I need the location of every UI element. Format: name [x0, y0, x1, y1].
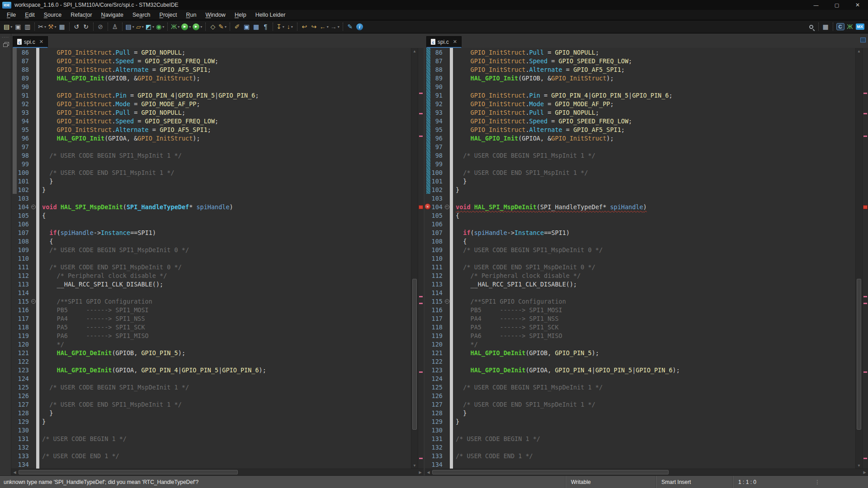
gutter-annotation[interactable]	[11, 288, 17, 297]
menu-source[interactable]: Source	[39, 11, 66, 19]
code-text[interactable]: */	[453, 341, 478, 348]
code-text[interactable]: __HAL_RCC_SPI1_CLK_DISABLE();	[39, 281, 163, 288]
minimized-view-strip[interactable]: ····	[0, 33, 11, 475]
code-text[interactable]: /* USER CODE END SPI1_MspDeInit 0 */	[39, 263, 182, 271]
toolbar-open-perspective-button[interactable]: ▦	[821, 21, 830, 32]
gutter-annotation[interactable]	[11, 331, 17, 340]
gutter-annotation[interactable]	[11, 134, 17, 142]
code-text[interactable]: /* USER CODE END SPI1_MspInit 1 */	[453, 169, 588, 176]
gutter-annotation[interactable]	[11, 314, 17, 323]
gutter-annotation[interactable]	[11, 202, 17, 211]
gutter-annotation[interactable]	[11, 408, 17, 417]
gutter-annotation[interactable]	[11, 82, 17, 91]
gutter-annotation[interactable]	[11, 254, 17, 263]
toolbar-forward-redo-button[interactable]: ↪	[309, 21, 319, 32]
code-text[interactable]: /* USER CODE END 1 */	[453, 452, 533, 460]
gutter-annotation[interactable]	[425, 151, 430, 160]
gutter-annotation[interactable]	[11, 228, 17, 237]
gutter-annotation[interactable]	[11, 305, 17, 314]
occurrence-marker[interactable]	[863, 113, 867, 114]
gutter-annotation[interactable]	[425, 288, 430, 297]
code-text[interactable]: /**SPI1 GPIO Configuration	[39, 298, 152, 305]
code-text[interactable]: GPIO_InitStruct.Alternate = GPIO_AF5_SPI…	[39, 126, 211, 133]
fold-collapse-icon[interactable]: −	[445, 205, 449, 209]
gutter-annotation[interactable]	[11, 374, 17, 383]
toolbar-compare-pages-button[interactable]: ▣	[242, 21, 251, 32]
toolbar-back-history-button[interactable]: ←▾	[319, 21, 330, 32]
code-text[interactable]: {	[453, 238, 467, 245]
gutter-annotation[interactable]	[11, 391, 17, 400]
vertical-scrollbar[interactable]: ▲▼	[411, 48, 418, 469]
gutter-annotation[interactable]	[11, 211, 17, 220]
minimize-button[interactable]: —	[806, 0, 826, 10]
toolbar-save-all-button[interactable]: ▥	[23, 21, 32, 32]
gutter-annotation[interactable]	[425, 400, 430, 408]
code-text[interactable]: }	[453, 178, 467, 185]
code-text[interactable]: HAL_GPIO_Init(GPIOB, &GPIO_InitStruct);	[39, 75, 200, 82]
gutter-annotation[interactable]	[425, 263, 430, 271]
gutter-annotation[interactable]	[425, 117, 430, 125]
menu-hello-leider[interactable]: Hello Leider	[251, 11, 290, 19]
scroll-up-icon[interactable]: ▲	[411, 48, 418, 54]
code-text[interactable]: GPIO_InitStruct.Speed = GPIO_SPEED_FREQ_…	[453, 57, 632, 65]
gutter-annotation[interactable]	[425, 65, 430, 74]
gutter-annotation[interactable]	[11, 142, 17, 151]
code-text[interactable]: GPIO_InitStruct.Mode = GPIO_MODE_AF_PP;	[453, 100, 614, 108]
code-text[interactable]: PB5 ------> SPI1_MOSI	[453, 306, 562, 314]
gutter-annotation[interactable]	[11, 117, 17, 125]
menu-refactor[interactable]: Refactor	[66, 11, 96, 19]
scroll-down-icon[interactable]: ▼	[856, 462, 862, 469]
gutter-annotation[interactable]	[425, 280, 430, 288]
occurrence-marker[interactable]	[863, 136, 867, 137]
code-text[interactable]: HAL_GPIO_DeInit(GPIOA, GPIO_PIN_4|GPIO_P…	[39, 366, 266, 374]
gutter-annotation[interactable]	[11, 245, 17, 254]
toolbar-new-folder-button[interactable]: ▱▾	[135, 21, 145, 32]
code-text[interactable]: HAL_GPIO_DeInit(GPIOA, GPIO_PIN_4|GPIO_P…	[453, 366, 680, 374]
gutter-annotation[interactable]	[425, 108, 430, 117]
gutter-annotation[interactable]	[11, 125, 17, 134]
code-text[interactable]: {	[453, 212, 459, 219]
gutter-annotation[interactable]	[11, 263, 17, 271]
gutter-annotation[interactable]	[11, 297, 17, 305]
gutter-annotation[interactable]	[11, 74, 17, 82]
code-text[interactable]: PA6 ------> SPI1_MISO	[39, 332, 149, 339]
occurrence-marker[interactable]	[863, 371, 867, 373]
toolbar-build-hammer-button[interactable]: ⚒▾	[47, 21, 57, 32]
code-text[interactable]: /* USER CODE BEGIN 1 */	[39, 435, 127, 442]
code-text[interactable]: GPIO_InitStruct.Alternate = GPIO_AF5_SPI…	[39, 66, 211, 73]
gutter-annotation[interactable]	[425, 305, 430, 314]
menu-file[interactable]: File	[2, 11, 20, 19]
code-text[interactable]: {	[39, 238, 53, 245]
toolbar-search-marker-button[interactable]: ✎▾	[217, 21, 227, 32]
scroll-right-icon[interactable]: ▶	[417, 470, 424, 474]
code-text[interactable]: /* USER CODE END SPI1_MspDeInit 1 */	[453, 401, 595, 408]
code-text[interactable]: HAL_GPIO_Init(GPIOA, &GPIO_InitStruct);	[39, 135, 200, 142]
toolbar-c-cpp-perspective-button[interactable]: C	[835, 21, 845, 32]
gutter-annotation[interactable]	[425, 168, 430, 177]
gutter-annotation[interactable]	[425, 254, 430, 263]
code-text[interactable]: /* USER CODE BEGIN SPI1_MspDeInit 0 */	[39, 246, 189, 253]
toolbar-last-edit-location-button[interactable]: ↧▾	[275, 21, 285, 32]
code-text[interactable]: GPIO_InitStruct.Alternate = GPIO_AF5_SPI…	[453, 66, 625, 73]
gutter-annotation[interactable]	[425, 271, 430, 280]
gutter-annotation[interactable]	[11, 108, 17, 117]
code-text[interactable]: {	[39, 212, 46, 219]
gutter-annotation[interactable]	[425, 391, 430, 400]
code-text[interactable]: GPIO_InitStruct.Speed = GPIO_SPEED_FREQ_…	[39, 117, 218, 125]
gutter-annotation[interactable]	[425, 383, 430, 391]
code-text[interactable]: HAL_GPIO_DeInit(GPIOB, GPIO_PIN_5);	[453, 349, 599, 357]
gutter-annotation[interactable]	[425, 434, 430, 443]
gutter-annotation[interactable]	[11, 177, 17, 185]
toolbar-show-whitespace-button[interactable]: ¶	[261, 21, 270, 32]
code-text[interactable]: }	[39, 178, 53, 185]
code-text[interactable]: /* Peripheral clock disable */	[39, 272, 167, 279]
annotation-ruler-header-icon[interactable]	[860, 38, 866, 42]
code-text[interactable]: if(spiHandle->Instance==SPI1)	[39, 229, 156, 236]
code-text[interactable]: PA5 ------> SPI1_SCK	[39, 324, 145, 331]
code-text[interactable]: PB5 ------> SPI1_MOSI	[39, 306, 149, 314]
code-text[interactable]: */	[39, 341, 64, 348]
tab-spi-c[interactable]: cspi.c✕	[13, 36, 48, 48]
menu-run[interactable]: Run	[181, 11, 201, 19]
gutter-annotation[interactable]	[425, 237, 430, 245]
toolbar-search-button[interactable]	[807, 21, 816, 32]
